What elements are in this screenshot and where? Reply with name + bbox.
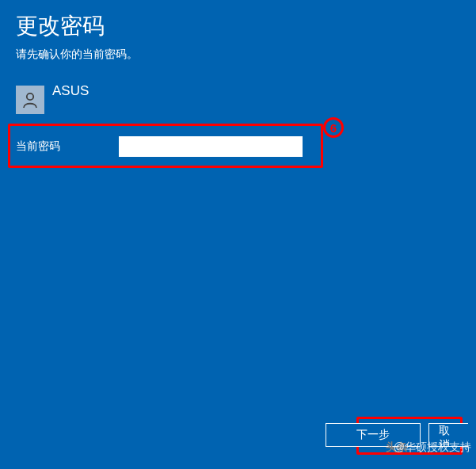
user-icon <box>21 90 40 109</box>
page-title: 更改密码 <box>16 11 460 41</box>
next-button[interactable]: 下一步 <box>326 423 421 447</box>
current-password-label: 当前密码 <box>16 139 119 154</box>
current-password-input[interactable] <box>119 136 303 157</box>
user-section: ASUS <box>0 68 476 122</box>
cancel-button[interactable]: 取消 <box>428 423 468 447</box>
svg-point-0 <box>27 93 33 100</box>
page-subtitle: 请先确认你的当前密码。 <box>16 48 460 62</box>
username-label: ASUS <box>52 83 89 99</box>
avatar <box>16 86 44 114</box>
